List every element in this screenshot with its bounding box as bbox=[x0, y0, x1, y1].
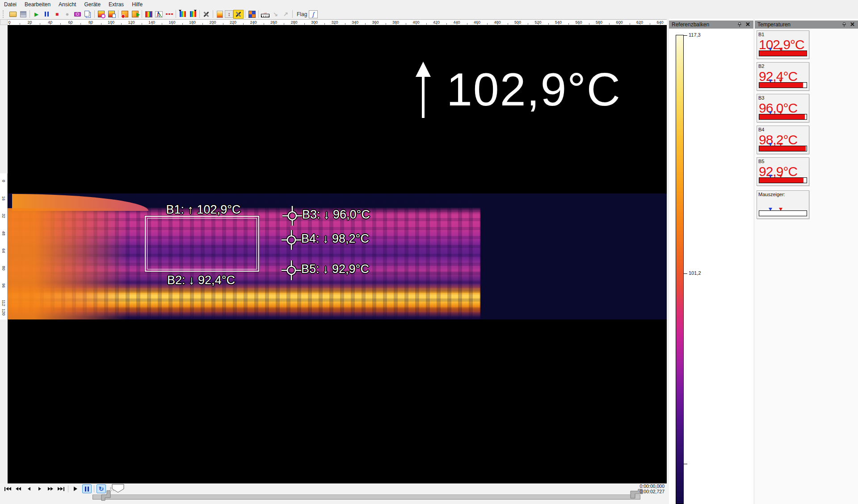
menu-ansicht[interactable]: Ansicht bbox=[55, 0, 80, 8]
toolbar-separator bbox=[199, 10, 200, 18]
temp-bar-fill bbox=[759, 114, 805, 119]
measure-spot-b4[interactable]: B4: ↓ 98,2°C bbox=[281, 229, 302, 251]
gradient-icon[interactable] bbox=[214, 10, 225, 19]
ruler-tick bbox=[538, 23, 538, 25]
measure-spot-b5-label: B5: ↓ 92,9°C bbox=[301, 262, 369, 276]
fast-forward-button[interactable] bbox=[46, 484, 55, 493]
ruler-label: 80 bbox=[1, 265, 6, 271]
ruler-tick bbox=[406, 23, 406, 25]
camera-icon[interactable] bbox=[72, 10, 83, 19]
playback-bar: ↻ 0:00:00,000 0:00:02,727 bbox=[0, 483, 669, 504]
crosshair-icon bbox=[282, 205, 303, 227]
timeline-track[interactable] bbox=[93, 495, 640, 500]
copy-icon[interactable] bbox=[83, 10, 93, 19]
ruler-tick bbox=[223, 23, 223, 25]
step-forward-button[interactable] bbox=[35, 484, 44, 493]
pause-icon[interactable] bbox=[42, 10, 52, 19]
ruler-tick bbox=[91, 23, 91, 25]
temp-bar bbox=[759, 146, 807, 151]
palette-icon[interactable] bbox=[143, 10, 154, 19]
flag-tool-icon[interactable]: ʃ bbox=[309, 10, 318, 18]
menu-datei[interactable]: Datei bbox=[0, 0, 21, 8]
save-icon[interactable] bbox=[18, 10, 28, 19]
reference-color-bar[interactable] bbox=[676, 35, 684, 504]
measure-spot-b5[interactable]: B5: ↓ 92,9°C bbox=[281, 260, 302, 281]
measure-spot-b3-label: B3: ↓ 96,0°C bbox=[302, 208, 370, 222]
menu-hilfe[interactable]: Hilfe bbox=[128, 0, 147, 8]
timeline-start-marker[interactable] bbox=[101, 490, 119, 501]
fit-vertical-icon[interactable]: ↕ bbox=[225, 10, 233, 18]
panel-title-text: Temperaturen bbox=[755, 21, 842, 28]
reference-tick-mid: 101,2 bbox=[684, 273, 687, 274]
image-green-play-icon[interactable] bbox=[130, 10, 140, 19]
menu-bearbeiten[interactable]: Bearbeiten bbox=[21, 0, 55, 8]
ruler-tick bbox=[50, 23, 50, 25]
menu-geraete[interactable]: Geräte bbox=[80, 0, 105, 8]
thermal-image-view[interactable]: 102,9°C B1: ↑ 102,9°C B2: ↓ 92,4°C B3: ↓… bbox=[8, 25, 667, 483]
pin-icon[interactable] bbox=[737, 22, 742, 27]
temperatures-panel-title: Temperaturen ✕ bbox=[755, 21, 858, 29]
toolbar-separator bbox=[258, 10, 259, 18]
ruler-tick bbox=[426, 23, 427, 25]
ruler-tick bbox=[568, 23, 569, 25]
ruler-label: 64 bbox=[1, 248, 6, 254]
skip-start-button[interactable] bbox=[3, 484, 12, 493]
tools-icon[interactable] bbox=[201, 10, 211, 19]
ruler-tick bbox=[416, 23, 416, 25]
temp-bar bbox=[759, 82, 807, 88]
ruler-label: 120 bbox=[1, 309, 6, 315]
temp-label: B4 bbox=[758, 127, 764, 132]
stop-icon[interactable]: ■ bbox=[52, 10, 62, 19]
ruler-tick bbox=[243, 23, 244, 25]
histogram-left-icon[interactable] bbox=[177, 10, 188, 19]
toolbar-separator bbox=[176, 10, 176, 18]
ruler-tick bbox=[335, 23, 335, 25]
toolbar-label-flag: Flag bbox=[297, 11, 307, 17]
ruler-tick bbox=[253, 23, 254, 25]
thermal-strip-hot-left bbox=[8, 208, 128, 319]
rewind-button[interactable] bbox=[13, 484, 23, 493]
reference-bar-panel: Referenzbalken ✕ 117,3 101,2 bbox=[669, 19, 753, 504]
export-down-icon[interactable]: ↘ bbox=[270, 10, 281, 19]
close-icon[interactable]: ✕ bbox=[745, 22, 750, 27]
measure-area-b2-label: B2: ↓ 92,4°C bbox=[146, 273, 256, 287]
temp-bar bbox=[759, 50, 807, 56]
close-icon[interactable]: ✕ bbox=[850, 22, 855, 27]
record-icon[interactable]: ● bbox=[62, 10, 72, 19]
measure-area-b1-rect[interactable] bbox=[145, 216, 259, 272]
playbar-separator bbox=[94, 485, 94, 492]
open-file-icon[interactable] bbox=[8, 10, 18, 19]
ruler-tick bbox=[559, 23, 559, 25]
ruler-tick bbox=[121, 23, 122, 25]
ruler-tick bbox=[650, 23, 650, 25]
menu-extras[interactable]: Extras bbox=[105, 0, 128, 8]
play-button[interactable] bbox=[71, 484, 80, 493]
thermal-search-icon[interactable] bbox=[96, 10, 106, 19]
image-red-dot-icon[interactable] bbox=[120, 10, 130, 19]
temp-bar-fill bbox=[759, 178, 803, 183]
skip-end-button[interactable] bbox=[56, 484, 66, 493]
curves-icon[interactable] bbox=[154, 10, 164, 19]
export-up-icon[interactable]: ↗ bbox=[281, 10, 291, 19]
toolbar: ▶■●↕→↘↗Flagʃ bbox=[0, 9, 858, 19]
ruler-tick bbox=[599, 23, 600, 25]
measure-spot-b3[interactable]: B3: ↓ 96,0°C bbox=[282, 205, 303, 227]
ruler-tick bbox=[467, 23, 467, 25]
red-dashes-icon[interactable] bbox=[164, 10, 174, 19]
temp-bar-fill bbox=[759, 83, 803, 88]
tile-icon[interactable] bbox=[247, 10, 257, 19]
histogram-right-icon[interactable] bbox=[188, 10, 198, 19]
ruler-arrow-icon[interactable]: → bbox=[260, 10, 270, 19]
ruler-tick bbox=[660, 23, 660, 25]
temp-label: B1 bbox=[758, 32, 764, 37]
temp-bar bbox=[759, 177, 807, 183]
pause-button[interactable] bbox=[82, 484, 92, 493]
thermal-copy-icon[interactable] bbox=[106, 10, 117, 19]
tools-yellow-icon[interactable] bbox=[233, 10, 244, 19]
crosshair-icon bbox=[281, 260, 302, 281]
pin-icon[interactable] bbox=[842, 22, 846, 27]
step-back-button[interactable] bbox=[24, 484, 34, 493]
toolbar-separator bbox=[245, 10, 245, 18]
play-icon[interactable]: ▶ bbox=[31, 10, 42, 19]
ruler-tick bbox=[274, 23, 274, 25]
